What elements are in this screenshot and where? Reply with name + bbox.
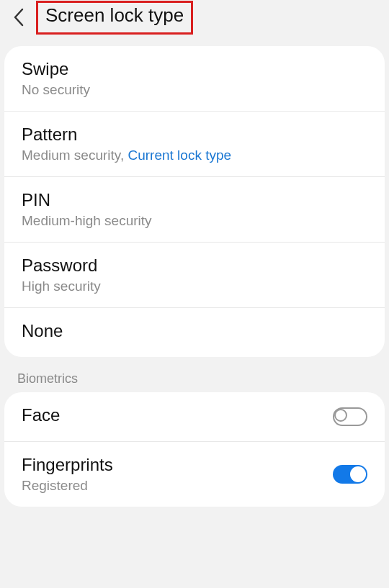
- biometric-face[interactable]: Face: [4, 392, 385, 442]
- lock-type-desc: High security: [22, 279, 367, 294]
- title-highlight-box: Screen lock type: [36, 1, 193, 35]
- biometric-title: Fingerprints: [22, 455, 333, 475]
- lock-type-title: PIN: [22, 190, 367, 210]
- biometric-title: Face: [22, 405, 333, 425]
- lock-type-desc: Medium security, Current lock type: [22, 148, 367, 163]
- lock-type-password[interactable]: Password High security: [4, 243, 385, 308]
- face-toggle[interactable]: [333, 407, 367, 426]
- biometric-fingerprints[interactable]: Fingerprints Registered: [4, 442, 385, 507]
- biometrics-section-header: Biometrics: [0, 357, 389, 392]
- lock-type-desc: No security: [22, 82, 367, 98]
- lock-type-desc: Medium-high security: [22, 213, 367, 229]
- current-lock-type-label: Current lock type: [128, 148, 231, 163]
- fingerprints-toggle[interactable]: [333, 465, 367, 484]
- page-title: Screen lock type: [45, 4, 184, 27]
- lock-type-none[interactable]: None: [4, 308, 385, 357]
- lock-type-pin[interactable]: PIN Medium-high security: [4, 177, 385, 243]
- lock-types-card: Swipe No security Pattern Medium securit…: [4, 46, 385, 357]
- back-icon[interactable]: [6, 4, 32, 30]
- biometric-desc: Registered: [22, 478, 333, 494]
- lock-type-title: Pattern: [22, 125, 367, 145]
- lock-type-pattern[interactable]: Pattern Medium security, Current lock ty…: [4, 112, 385, 177]
- lock-type-swipe[interactable]: Swipe No security: [4, 46, 385, 112]
- lock-type-title: Swipe: [22, 59, 367, 79]
- lock-type-title: Password: [22, 255, 367, 276]
- biometrics-card: Face Fingerprints Registered: [4, 392, 385, 507]
- lock-type-title: None: [22, 321, 367, 341]
